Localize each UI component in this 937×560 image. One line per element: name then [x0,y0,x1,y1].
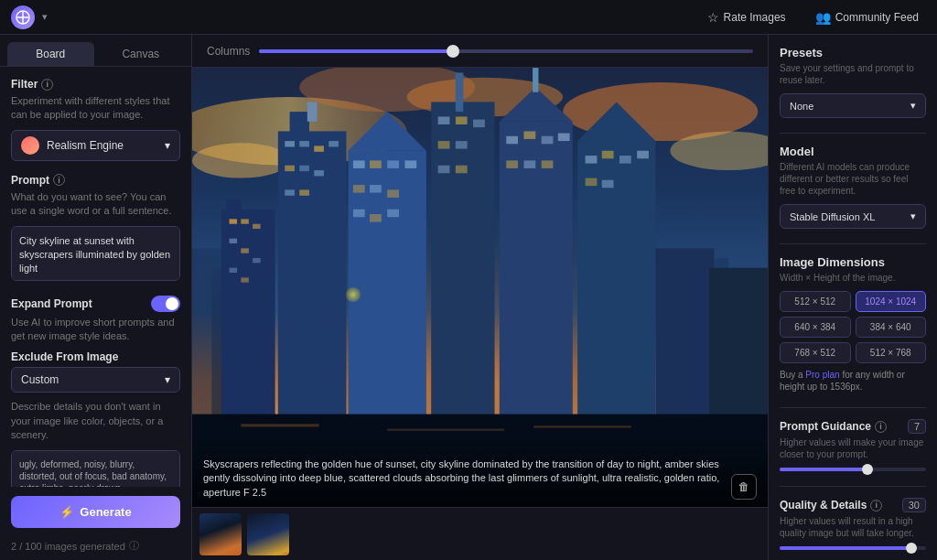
svg-rect-34 [299,166,309,171]
svg-rect-18 [230,219,238,223]
model-select[interactable]: Stable Diffusion XL ▾ [780,204,926,229]
columns-slider[interactable] [259,49,753,53]
svg-rect-37 [299,189,309,195]
svg-rect-28 [307,102,318,121]
right-sidebar: Presets Save your settings and prompt to… [768,35,937,560]
expand-prompt-toggle[interactable] [151,296,180,312]
svg-rect-25 [253,258,261,263]
prompt-info-icon[interactable]: i [53,174,65,186]
top-nav-left: ▾ [11,5,48,29]
svg-rect-20 [253,224,261,229]
prompt-guidance-info-icon[interactable]: i [875,421,887,433]
svg-rect-64 [542,136,554,145]
thumbnail-1[interactable] [199,513,242,555]
dim-384x640[interactable]: 384 × 640 [856,317,927,338]
dimensions-pro-link: Buy a Pro plan for any width or height u… [780,369,926,393]
dim-1024x1024[interactable]: 1024 × 1024 [856,291,927,312]
svg-rect-73 [619,156,631,164]
divider-2 [780,243,926,244]
svg-rect-67 [523,160,535,168]
prompt-guidance-section: Prompt Guidance i 7 Higher values will m… [780,419,926,471]
dim-512x768[interactable]: 512 × 768 [856,342,927,363]
exclude-chevron-icon: ▾ [165,373,170,386]
svg-rect-66 [506,160,518,168]
thumbnail-2[interactable] [247,513,289,555]
dim-512x512[interactable]: 512 × 512 [780,291,851,312]
quality-details-row: Quality & Details i 30 [780,498,926,512]
svg-rect-36 [285,189,295,195]
svg-rect-32 [328,141,339,146]
people-icon: 👥 [815,10,831,25]
app-logo-chevron[interactable]: ▾ [42,11,48,23]
sidebar-scroll[interactable]: Filter i Experiment with different style… [0,67,191,487]
prompt-hint: What do you want to see? You can use a s… [11,190,180,219]
dim-640x384[interactable]: 640 × 384 [780,317,851,338]
quality-details-fill [780,546,911,550]
presets-title: Presets [780,46,926,59]
prompt-guidance-title: Prompt Guidance i [780,420,887,433]
svg-rect-81 [387,429,504,431]
svg-rect-61 [533,68,538,92]
svg-rect-27 [290,112,309,141]
filter-select[interactable]: Realism Engine ▾ [11,130,180,161]
svg-rect-21 [230,239,238,243]
svg-rect-58 [456,166,468,174]
filter-label: Filter i [11,78,180,91]
svg-rect-24 [241,277,249,282]
filter-info-icon[interactable]: i [41,79,53,91]
tab-canvas[interactable]: Canvas [98,42,185,66]
exclude-select[interactable]: Custom ▾ [11,367,180,393]
sidebar-tabs: Board Canvas [0,35,191,67]
svg-rect-52 [438,116,450,124]
svg-rect-82 [533,425,631,427]
tab-board[interactable]: Board [7,42,94,66]
top-nav: ▾ ☆ Rate Images 👥 Community Feed [0,0,937,35]
rate-images-button[interactable]: ☆ Rate Images [700,6,793,28]
pro-plan-link[interactable]: Pro plan [805,370,839,380]
quality-details-value: 30 [902,498,926,512]
model-chevron-icon: ▾ [910,210,916,222]
columns-slider-thumb [447,45,459,58]
svg-rect-63 [523,131,535,139]
generate-button[interactable]: ⚡ Generate [11,496,180,528]
quality-details-title: Quality & Details i [780,499,882,512]
gen-count: 2 / 100 images generated ⓘ [0,535,191,560]
quality-details-info-icon[interactable]: i [870,500,882,512]
presets-select[interactable]: None ▾ [780,93,926,118]
delete-image-button[interactable]: 🗑 [731,474,757,500]
prompt-textarea[interactable]: City skyline at sunset with skyscrapers … [11,226,180,281]
star-icon: ☆ [707,10,719,25]
quality-details-slider[interactable] [780,546,926,550]
svg-rect-49 [387,210,399,218]
svg-rect-44 [353,185,365,193]
svg-rect-23 [230,268,238,273]
community-feed-button[interactable]: 👥 Community Feed [808,6,926,28]
svg-rect-43 [404,160,416,168]
toggle-knob [166,297,178,310]
presets-subtitle: Save your settings and prompt to reuse l… [780,62,926,86]
svg-rect-31 [314,145,324,151]
svg-rect-45 [370,185,382,193]
svg-rect-54 [473,120,485,128]
exclude-textarea[interactable]: ugly, deformed, noisy, blurry, distorted… [11,450,180,487]
svg-rect-53 [456,116,468,124]
svg-rect-33 [285,166,295,171]
presets-section: Presets Save your settings and prompt to… [780,46,926,118]
image-dimensions-subtitle: Width × Height of the image. [780,272,926,284]
filter-chevron-icon: ▾ [165,139,170,152]
quality-details-thumb [906,543,917,554]
svg-rect-68 [542,160,554,168]
svg-rect-35 [314,170,324,176]
model-subtitle: Different AI models can produce differen… [780,161,926,197]
trash-icon: 🗑 [738,480,749,493]
left-sidebar: Board Canvas Filter i Experiment with di… [0,35,192,560]
dimensions-grid: 512 × 512 1024 × 1024 640 × 384 384 × 64… [780,291,926,363]
svg-rect-30 [299,141,309,146]
svg-rect-51 [456,72,464,112]
prompt-guidance-slider[interactable] [780,468,926,471]
svg-rect-46 [387,189,399,198]
app-logo[interactable] [11,5,35,29]
dim-768x512[interactable]: 768 × 512 [780,342,851,363]
expand-prompt-hint: Use AI to improve short prompts and get … [11,316,180,344]
svg-rect-19 [241,219,249,223]
